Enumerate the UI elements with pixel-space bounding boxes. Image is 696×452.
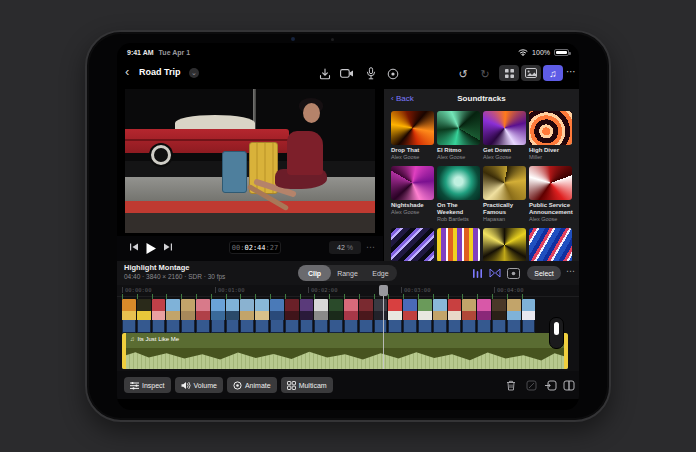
timeline-clip[interactable] [448,299,462,333]
soundtrack-thumbnail[interactable] [437,166,480,200]
import-icon[interactable] [317,66,333,81]
soundtrack-thumbnail[interactable] [483,111,526,145]
playhead-handle[interactable] [379,285,388,296]
soundtrack-item[interactable]: Switch It UpAlex Goose [483,228,526,261]
clip-thumbnail [403,299,417,320]
soundtrack-thumbnail[interactable] [437,111,480,145]
mode-clip[interactable]: Clip [298,265,331,281]
soundtrack-item[interactable]: High DiverMiller [529,111,572,161]
soundtrack-thumbnail[interactable] [529,228,572,261]
undo-icon[interactable]: ↺ [455,66,471,81]
timeline-clip[interactable] [285,299,299,333]
mode-edge[interactable]: Edge [364,265,397,281]
timeline-clip[interactable] [329,299,343,333]
timeline-clip[interactable] [240,299,254,333]
timeline-clip[interactable] [522,299,536,333]
project-menu-icon[interactable]: ⌄ [189,68,199,78]
timeline-clip[interactable] [314,299,328,333]
transition-icon[interactable] [487,266,503,280]
soundtrack-item[interactable]: Run It OutAlex Goose [437,228,480,261]
soundtrack-thumbnail[interactable] [483,166,526,200]
timeline-clip[interactable] [433,299,447,333]
timeline-clip[interactable] [181,299,195,333]
project-title[interactable]: Road Trip [139,67,181,77]
timeline-clip[interactable] [137,299,151,333]
soundtrack-item[interactable]: Practically FamousHapasan [483,166,526,223]
soundtrack-item[interactable]: On The WeekendRob Bartletts [437,166,480,223]
soundtrack-item[interactable]: Get DownAlex Goose [483,111,526,161]
timeline-clip[interactable] [196,299,210,333]
overwrite-clip-icon[interactable] [561,378,577,392]
timecode-display[interactable]: 00:02:44:27 [229,241,281,254]
audio-meters-icon[interactable] [469,266,485,280]
media-browser-button[interactable] [521,65,541,81]
timeline-clip[interactable] [477,299,491,333]
soundtracks-button[interactable]: ♫ [543,65,563,81]
timeline-clip[interactable] [211,299,225,333]
timeline-clip[interactable] [344,299,358,333]
timeline-clip[interactable] [122,299,136,333]
timeline-clip[interactable] [462,299,476,333]
timeline-clip[interactable] [152,299,166,333]
timeline-clip[interactable] [388,299,402,333]
timeline-clip[interactable] [374,299,388,333]
music-clip[interactable]: ♫ Its Just Like Me [122,333,568,369]
playhead-line[interactable] [383,285,384,369]
timeline-clip[interactable] [492,299,506,333]
soundtrack-item[interactable]: Drop ThatAlex Goose [391,111,434,161]
soundtrack-item[interactable]: NightshadeAlex Goose [391,166,434,223]
soundtrack-thumbnail[interactable] [391,111,434,145]
trash-icon[interactable] [503,378,519,392]
soundtrack-item[interactable]: Wow!Alex Goose [529,228,572,261]
viewer-photo[interactable] [125,89,375,233]
timeline-more-icon[interactable]: ⋯ [566,266,574,276]
disable-clip-icon[interactable] [523,378,539,392]
soundtrack-thumbnail[interactable] [529,166,572,200]
timeline-clip[interactable] [166,299,180,333]
viewer-zoom-control[interactable]: 42% [329,241,361,254]
soundtrack-item[interactable]: PushValencia [391,228,434,261]
clip-audio-bar [122,320,136,333]
soundtrack-thumbnail[interactable] [483,228,526,261]
timeline-ruler[interactable]: 00:00:00 00:01:00 00:02:00 00:03:00 00:0… [117,285,579,297]
play-button[interactable] [145,242,157,255]
skip-back-icon[interactable] [129,242,139,252]
camera-icon[interactable] [339,66,355,81]
timeline-clip[interactable] [418,299,432,333]
select-button[interactable]: Select [527,266,561,280]
timeline-clip[interactable] [359,299,373,333]
clip-audio-bar [462,320,476,333]
microphone-icon[interactable] [363,66,379,81]
soundtrack-item[interactable]: El RitmoAlex Goose [437,111,480,161]
insert-clip-icon[interactable] [543,378,559,392]
clip-thumbnail [374,299,388,320]
timeline-clip[interactable] [270,299,284,333]
timeline-clip[interactable] [226,299,240,333]
trim-handle-left[interactable] [122,333,126,369]
trim-handle-right[interactable] [564,333,568,369]
soundtrack-thumbnail[interactable] [391,228,434,261]
soundtrack-thumbnail[interactable] [391,166,434,200]
timeline-clip[interactable] [403,299,417,333]
ruler-label: 00:01:00 [215,287,245,293]
redo-icon[interactable]: ↻ [477,66,493,81]
record-icon[interactable] [385,66,401,81]
more-options-icon[interactable]: ⋯ [566,66,575,77]
mode-range[interactable]: Range [331,265,364,281]
timeline-clip[interactable] [507,299,521,333]
skip-forward-icon[interactable] [163,242,173,252]
timeline-clip[interactable] [300,299,314,333]
animate-button[interactable]: Animate [227,377,277,393]
picture-in-picture-icon[interactable] [505,266,521,280]
overview-grid-button[interactable] [499,65,519,81]
viewer-more-icon[interactable]: ⋯ [366,242,374,252]
inspect-button[interactable]: Inspect [124,377,171,393]
volume-button[interactable]: Volume [175,377,223,393]
timeline-clip[interactable] [255,299,269,333]
back-chevron-icon[interactable]: ‹ [125,64,129,80]
soundtrack-thumbnail[interactable] [529,111,572,145]
track-height-slider[interactable] [549,317,564,349]
soundtrack-item[interactable]: Public Service AnnouncementAlex Goose [529,166,572,223]
multicam-button[interactable]: Multicam [281,377,333,393]
soundtrack-thumbnail[interactable] [437,228,480,261]
